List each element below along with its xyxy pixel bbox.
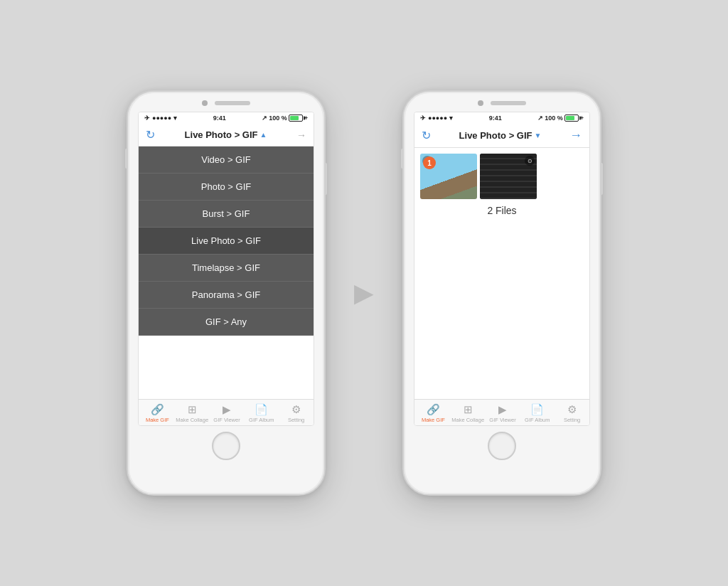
tab-make-collage-1[interactable]: ⊞ Make Collage: [175, 403, 210, 423]
tab-gif-viewer-2[interactable]: ▶ GIF Viewer: [486, 403, 520, 423]
tab-label-collage-2: Make Collage: [451, 417, 484, 423]
battery-icon-1: [289, 114, 303, 122]
forward-button-1[interactable]: →: [296, 129, 306, 141]
status-left-1: ✈ ●●●●● ▾: [144, 114, 177, 122]
battery-fill-1: [290, 116, 299, 120]
status-right-2: ↗ 100 % +: [537, 114, 584, 122]
signal-dots-2: ●●●●●: [428, 114, 447, 122]
link-icon-1: 🔗: [151, 403, 164, 416]
status-bar-1: ✈ ●●●●● ▾ 9:41 ↗ 100 % +: [139, 112, 314, 124]
menu-timelapse-gif[interactable]: Timelapse > GIF: [139, 255, 314, 282]
phone-top-bar-2: [404, 92, 600, 106]
between-arrow: ▶: [354, 278, 374, 308]
wifi-icon: ▾: [173, 114, 177, 122]
tab-label-setting-2: Setting: [564, 417, 580, 423]
play-icon-2: ▶: [498, 403, 507, 416]
status-bar-2: ✈ ●●●●● ▾ 9:41 ↗ 100 % +: [414, 112, 589, 124]
menu-burst-gif[interactable]: Burst > GIF: [139, 201, 314, 228]
status-time-1: 9:41: [213, 114, 226, 122]
grid-icon-1: ⊞: [188, 403, 197, 416]
tab-label-viewer-1: GIF Viewer: [213, 417, 240, 423]
tab-gif-album-1[interactable]: 📄 GIF Album: [244, 403, 279, 423]
phone-1-screen: ✈ ●●●●● ▾ 9:41 ↗ 100 % + ↻ Live Photo > …: [138, 112, 314, 426]
home-button-1[interactable]: [212, 432, 240, 460]
refresh-button-2[interactable]: ↻: [422, 129, 431, 142]
menu-photo-gif[interactable]: Photo > GIF: [139, 174, 314, 201]
menu-video-gif[interactable]: Video > GIF: [139, 146, 314, 174]
signal-strength-icon: ↗: [262, 114, 267, 122]
phone-1: ✈ ●●●●● ▾ 9:41 ↗ 100 % + ↻ Live Photo > …: [127, 90, 326, 496]
tab-label-album-1: GIF Album: [249, 417, 274, 423]
tab-gif-album-2[interactable]: 📄 GIF Album: [520, 403, 555, 423]
refresh-button-1[interactable]: ↻: [146, 128, 155, 142]
phone-2-screen: ✈ ●●●●● ▾ 9:41 ↗ 100 % + ↻ Live Photo > …: [414, 112, 590, 426]
tab-label-collage-1: Make Collage: [176, 417, 208, 423]
power-button: [324, 163, 327, 195]
camera-dot-2: [478, 100, 483, 106]
tab-bar-2: 🔗 Make GIF ⊞ Make Collage ▶ GIF Viewer 📄…: [414, 399, 590, 425]
tab-setting-1[interactable]: ⚙ Setting: [279, 403, 314, 423]
play-icon-1: ▶: [223, 403, 231, 416]
photo-badge-1: 1: [423, 156, 436, 169]
menu-gif-any[interactable]: GIF > Any: [139, 309, 314, 336]
photo-thumbnail-2[interactable]: ⊙: [480, 154, 537, 199]
files-count: 2 Files: [420, 205, 584, 216]
nav-title-2: Live Photo > GIF ▼: [459, 130, 542, 141]
tab-setting-2[interactable]: ⚙ Setting: [555, 403, 589, 423]
album-icon-2: 📄: [530, 403, 544, 416]
dropdown-arrow-1[interactable]: ▲: [260, 131, 267, 139]
forward-button-2[interactable]: →: [569, 128, 582, 143]
speaker-grille: [215, 101, 250, 105]
status-left-2: ✈ ●●●●● ▾: [420, 114, 453, 122]
signal-dots: ●●●●●: [152, 114, 171, 122]
tab-label-makegif-1: Make GIF: [146, 417, 169, 423]
volume-button: [125, 149, 128, 169]
airplane-icon: ✈: [144, 114, 150, 122]
album-icon-1: 📄: [255, 403, 268, 416]
airplane-icon-2: ✈: [420, 114, 426, 122]
nav-title-1: Live Photo > GIF ▲: [185, 129, 267, 140]
home-button-2[interactable]: [488, 432, 516, 460]
speaker-grille-2: [491, 101, 526, 105]
volume-button-2: [401, 149, 404, 169]
phone-2: ✈ ●●●●● ▾ 9:41 ↗ 100 % + ↻ Live Photo > …: [402, 90, 601, 496]
menu-livephoto-gif[interactable]: Live Photo > GIF: [139, 228, 314, 255]
tab-make-gif-1[interactable]: 🔗 Make GIF: [140, 403, 175, 423]
gear-icon-1: ⚙: [291, 403, 301, 416]
photo-thumbnail-1[interactable]: ⊙ 1: [420, 154, 477, 199]
tab-make-collage-2[interactable]: ⊞ Make Collage: [451, 403, 486, 423]
menu-panorama-gif[interactable]: Panorama > GIF: [139, 282, 314, 309]
keyboard-settings-icon: ⊙: [525, 156, 535, 166]
dropdown-arrow-2[interactable]: ▼: [535, 132, 542, 139]
signal-strength-icon-2: ↗: [537, 114, 543, 122]
wifi-icon-2: ▾: [449, 114, 453, 122]
battery-fill-2: [566, 116, 574, 120]
tab-bar-1: 🔗 Make GIF ⊞ Make Collage ▶ GIF Viewer 📄…: [139, 399, 314, 425]
battery-icon-2: [564, 114, 579, 122]
status-time-2: 9:41: [489, 114, 502, 122]
gear-icon-2: ⚙: [567, 403, 577, 416]
nav-bar-2: ↻ Live Photo > GIF ▼ →: [414, 124, 589, 148]
battery-percent-2: 100 %: [545, 114, 563, 122]
phone-top-bar: [128, 92, 324, 106]
tab-gif-viewer-1[interactable]: ▶ GIF Viewer: [210, 403, 245, 423]
power-button-2: [600, 163, 603, 195]
tab-label-setting-1: Setting: [288, 417, 304, 423]
photo-grid: ⊙ 1 ⊙: [420, 154, 584, 199]
menu-list: Video > GIF Photo > GIF Burst > GIF Live…: [139, 146, 314, 399]
tab-label-viewer-2: GIF Viewer: [489, 417, 515, 423]
status-right-1: ↗ 100 % +: [262, 114, 308, 122]
grid-icon-2: ⊞: [464, 403, 473, 416]
content-area-2: ⊙ 1 ⊙ 2 Files: [414, 148, 589, 399]
link-icon-2: 🔗: [427, 403, 440, 416]
tab-label-makegif-2: Make GIF: [422, 417, 445, 423]
tab-make-gif-2[interactable]: 🔗 Make GIF: [416, 403, 451, 423]
tab-label-album-2: GIF Album: [525, 417, 550, 423]
nav-bar-1: ↻ Live Photo > GIF ▲ →: [139, 124, 314, 146]
battery-percent-1: 100 %: [269, 114, 287, 122]
camera-dot: [202, 100, 208, 106]
